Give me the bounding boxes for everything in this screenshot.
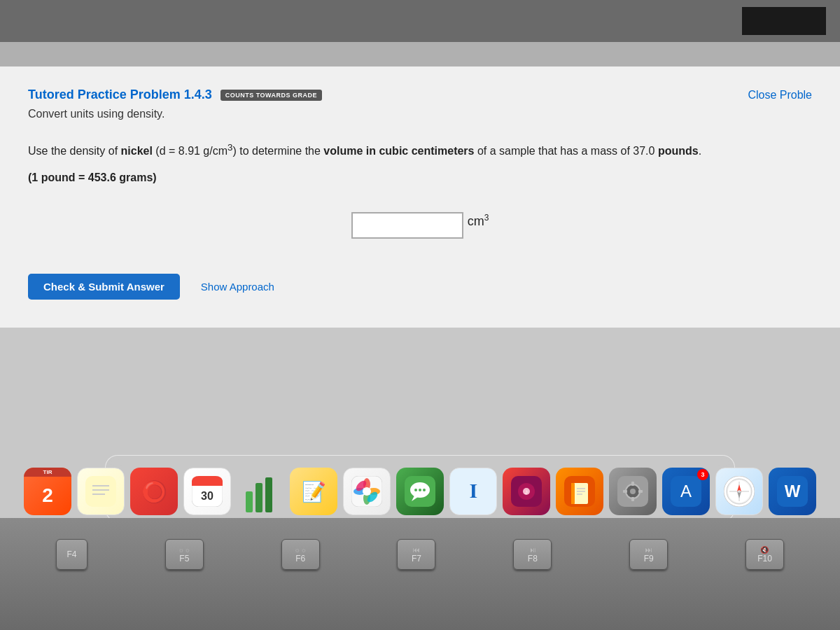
svg-rect-6 <box>192 481 223 486</box>
svg-rect-39 <box>631 497 634 501</box>
calendar-icon: 30 <box>192 476 223 507</box>
key-f8-label: F8 <box>528 554 538 564</box>
problem-text: Use the density of nickel (d = 8.91 g/cm… <box>28 140 812 160</box>
dock: TIR 2 ⭕ 30 📝 <box>0 448 840 518</box>
key-f5-label: F5 <box>179 554 189 564</box>
dock-item-safari[interactable] <box>715 468 763 515</box>
system-preferences-icon <box>617 476 648 507</box>
key-f10[interactable]: 🔇 F10 <box>746 539 784 570</box>
svg-text:W: W <box>785 482 801 500</box>
key-f9-top: ⏭ <box>645 546 652 554</box>
key-f10-top: 🔇 <box>760 546 769 554</box>
key-f4[interactable]: F4 <box>56 539 88 570</box>
notes-icon <box>85 476 116 507</box>
show-approach-link[interactable]: Show Approach <box>201 281 274 293</box>
svg-rect-41 <box>638 490 643 493</box>
top-bar-media <box>742 7 826 35</box>
svg-rect-40 <box>623 490 627 493</box>
svg-rect-10 <box>265 477 272 512</box>
dock-item-calendar[interactable]: 30 <box>183 468 231 515</box>
books-icon <box>564 476 595 507</box>
textedit-icon: 𝐈 <box>470 480 477 503</box>
key-f6-top: ☼☼ <box>294 546 307 554</box>
svg-point-23 <box>419 489 421 491</box>
dock-item-system-preferences[interactable] <box>609 468 657 515</box>
messages-icon <box>405 476 435 507</box>
dock-item-notes[interactable] <box>77 468 125 515</box>
svg-rect-38 <box>631 482 634 486</box>
answer-area: cm3 <box>28 212 812 239</box>
key-f7-label: F7 <box>412 554 421 564</box>
dock-item-reminders[interactable]: ⭕ <box>130 468 178 515</box>
key-f7[interactable]: ⏮ F7 <box>397 539 435 570</box>
gray-section <box>0 42 840 66</box>
dock-item-photos[interactable] <box>343 468 391 515</box>
key-f9-label: F9 <box>644 554 654 564</box>
music-icon: ♪ <box>511 476 542 507</box>
app-store-icon: A <box>671 476 701 507</box>
svg-rect-9 <box>255 483 262 512</box>
safari-icon <box>724 476 755 507</box>
key-f5-top: ☼☼ <box>178 546 190 554</box>
problem-note: (1 pound = 453.6 grams) <box>28 172 812 184</box>
svg-text:30: 30 <box>201 490 214 502</box>
key-f8-top: ⏯ <box>529 546 536 554</box>
dock-item-music[interactable]: ♪ <box>503 468 550 515</box>
answer-unit: cm3 <box>468 213 489 229</box>
dock-item-tir[interactable]: TIR 2 <box>24 468 71 515</box>
dock-item-textedit[interactable]: 𝐈 <box>449 468 497 515</box>
dock-item-word[interactable]: W <box>769 468 816 515</box>
key-f6-label: F6 <box>295 554 305 564</box>
key-f4-label: F4 <box>66 550 76 559</box>
app-store-badge: 3 <box>697 469 708 480</box>
tir-number: 2 <box>42 484 53 507</box>
dock-item-stickies[interactable]: 📝 <box>290 468 337 515</box>
chart-icon <box>243 470 278 512</box>
problem-title-text: Tutored Practice Problem 1.4.3 <box>28 88 212 102</box>
svg-point-37 <box>630 489 636 494</box>
dock-item-books[interactable] <box>556 468 603 515</box>
problem-title: Tutored Practice Problem 1.4.3 COUNTS TO… <box>28 88 322 102</box>
key-f10-label: F10 <box>757 554 772 564</box>
unit-exponent: 3 <box>484 213 489 223</box>
key-f8[interactable]: ⏯ F8 <box>513 539 552 570</box>
key-f5[interactable]: ☼☼ F5 <box>165 539 204 570</box>
photos-icon <box>351 476 382 507</box>
dock-item-messages[interactable] <box>396 468 444 515</box>
dock-item-chart[interactable] <box>237 468 284 515</box>
dock-item-app-store[interactable]: A 3 <box>662 468 710 515</box>
svg-point-18 <box>363 487 371 496</box>
svg-text:A: A <box>680 482 692 500</box>
svg-rect-8 <box>246 491 253 512</box>
problem-container: Tutored Practice Problem 1.4.3 COUNTS TO… <box>0 66 840 328</box>
close-problem-link[interactable]: Close Proble <box>748 89 812 102</box>
svg-rect-31 <box>571 483 575 504</box>
problem-header: Tutored Practice Problem 1.4.3 COUNTS TO… <box>28 88 812 102</box>
word-icon: W <box>777 476 808 507</box>
stickies-icon: 📝 <box>302 480 326 503</box>
tir-badge: TIR <box>24 468 71 477</box>
svg-point-24 <box>423 489 426 491</box>
answer-input[interactable] <box>351 212 463 239</box>
svg-point-22 <box>414 489 417 491</box>
problem-subtitle: Convert units using density. <box>28 108 812 120</box>
key-f9[interactable]: ⏭ F9 <box>629 539 668 570</box>
top-bar <box>0 0 840 42</box>
svg-text:♪: ♪ <box>525 488 528 496</box>
reminder-icon: ⭕ <box>141 479 167 504</box>
key-f6[interactable]: ☼☼ F6 <box>281 539 320 570</box>
svg-rect-0 <box>85 476 116 507</box>
button-row: Check & Submit Answer Show Approach <box>28 274 812 300</box>
keyboard: F4 ☼☼ F5 ☼☼ F6 ⏮ F7 ⏯ F8 ⏭ F9 🔇 F10 <box>0 518 840 630</box>
counts-badge: COUNTS TOWARDS GRADE <box>220 90 322 101</box>
key-f7-top: ⏮ <box>413 546 420 554</box>
check-submit-button[interactable]: Check & Submit Answer <box>28 274 180 300</box>
